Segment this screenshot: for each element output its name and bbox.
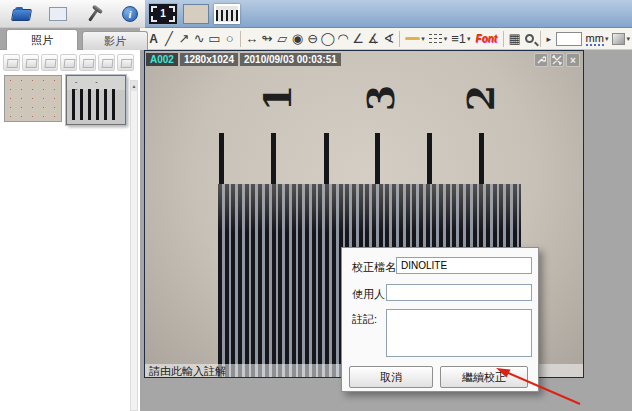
tab-photos[interactable]: 照片 — [6, 29, 78, 50]
share-icon[interactable] — [79, 54, 96, 71]
measure-polygon-tool-icon[interactable]: ▱ — [275, 29, 290, 49]
image-id-badge: A002 — [146, 53, 178, 66]
photo-sidebar: - - - — [0, 49, 140, 411]
calibration-dialog: 校正檔名: 使用人 註記: 取消 繼續校正 — [341, 247, 539, 392]
rectangle-tool-icon[interactable]: ▭ — [207, 29, 222, 49]
line-color-button[interactable]: ▾ — [405, 35, 425, 43]
image-gallery-icon[interactable] — [48, 6, 68, 22]
note-field[interactable] — [386, 309, 532, 357]
chevron-down-icon[interactable]: ▾ — [626, 35, 630, 43]
envelope-icon[interactable] — [60, 54, 77, 71]
measure-line-tool-icon[interactable]: ↔ — [244, 29, 259, 49]
thumbnail-list: - - - — [0, 73, 140, 125]
thumbnail-ruler-sample[interactable]: - - - — [66, 75, 126, 125]
image-info-badges: A002 1280x1024 2010/09/03 00:03:51 — [146, 53, 341, 66]
rotate-icon[interactable] — [98, 54, 115, 71]
filename-label: 校正檔名: — [352, 260, 399, 275]
resolution-badge: 1280x1024 — [180, 53, 238, 66]
hammer-icon — [88, 8, 98, 21]
capture-strip: 1 — [145, 0, 632, 28]
timestamp-badge: 2010/09/03 00:03:51 — [240, 53, 341, 66]
frame-corner — [151, 6, 157, 12]
measure-angle3-tool-icon[interactable]: ∡ — [366, 29, 381, 49]
info-circle-icon — [122, 6, 138, 22]
frame-number: 1 — [160, 8, 166, 19]
font-button[interactable]: Font — [476, 33, 498, 44]
cancel-button[interactable]: 取消 — [349, 366, 433, 388]
text-tool-icon[interactable]: A — [146, 29, 161, 49]
unit-label: mm — [586, 32, 604, 46]
ruler-digit-2: 2 — [458, 76, 502, 120]
viewer-window-buttons: × — [534, 53, 580, 67]
magnification-input[interactable] — [556, 32, 582, 46]
magnifier-icon[interactable] — [525, 34, 534, 43]
line-style-icon — [429, 34, 443, 43]
line-width-icon: ≡ — [451, 29, 459, 49]
frame-corner — [169, 6, 175, 12]
frame-corner — [169, 16, 175, 22]
line-color-swatch — [405, 37, 420, 40]
chevron-down-icon[interactable]: ▾ — [421, 35, 425, 43]
capture-thumbnail-ruler[interactable] — [214, 4, 240, 24]
trash-icon[interactable] — [117, 54, 134, 71]
open-file-icon[interactable] — [3, 54, 20, 71]
continue-calibration-button[interactable]: 繼續校正 — [440, 366, 528, 388]
ruler-digit-1: 1 — [255, 76, 299, 120]
note-label: 註記: — [352, 312, 377, 327]
measure-circle-center-tool-icon[interactable]: ◉ — [290, 29, 305, 49]
toolbar-separator — [399, 31, 400, 47]
toolbar-separator — [503, 31, 504, 47]
arrow-tool-icon[interactable]: ↗ — [176, 29, 191, 49]
sidebar-scrollbar[interactable]: ▲ — [130, 80, 138, 411]
grid-icon[interactable]: ▦ — [507, 29, 522, 49]
user-field[interactable] — [386, 284, 532, 301]
tab-videos[interactable]: 影片 — [82, 31, 148, 50]
tools-icon[interactable] — [84, 6, 104, 22]
measure-angle4-tool-icon[interactable]: ∢ — [381, 29, 396, 49]
filename-field[interactable] — [396, 257, 532, 274]
measure-arc-tool-icon[interactable]: ◠ — [335, 29, 350, 49]
dinocapture-window: { "top_toolbar": { "frame_label": "1", "… — [0, 0, 632, 411]
toolbar-separator — [540, 31, 541, 47]
line-width-button[interactable]: ≡ 1 ▾ — [451, 29, 470, 49]
ellipse-tool-icon[interactable]: ○ — [222, 29, 237, 49]
measure-angle-tool-icon[interactable]: ∠ — [351, 29, 366, 49]
ruler-digit-3: 3 — [358, 76, 402, 120]
capture-thumbnail-dots[interactable] — [183, 4, 209, 24]
freehand-tool-icon[interactable]: ∿ — [192, 29, 207, 49]
spinner-icon[interactable]: ▸ — [544, 29, 554, 49]
app-toolbar — [0, 0, 145, 28]
measure-circle-diameter-tool-icon[interactable]: ⊖ — [305, 29, 320, 49]
wrench-icon[interactable] — [534, 53, 548, 67]
scroll-up-icon[interactable]: ▲ — [131, 81, 137, 91]
thumbnail-ruler-bars — [72, 89, 120, 120]
chevron-down-icon[interactable]: ▾ — [444, 35, 448, 43]
frame-corner — [151, 16, 157, 22]
open-folder-icon[interactable] — [12, 6, 32, 22]
folder-icon — [11, 9, 32, 21]
drawing-toolbar: A ╱ ↗ ∿ ▭ ○ ↔ ↬ ▱ ◉ ⊖ ◯ ◠ ∠ ∡ ∢ ▾ ▾ ≡ 1 … — [140, 28, 632, 50]
unit-button[interactable]: mm ▾ — [586, 32, 609, 46]
export-image-button[interactable]: ▾ — [612, 33, 630, 45]
gallery-icon — [49, 7, 67, 21]
sidebar-action-row — [0, 50, 140, 73]
line-width-value: 1 — [459, 29, 466, 49]
export-image-icon — [612, 33, 625, 45]
user-label: 使用人 — [352, 287, 385, 302]
chevron-down-icon[interactable]: ▾ — [605, 35, 609, 43]
measure-curve-tool-icon[interactable]: ↬ — [259, 29, 274, 49]
chevron-down-icon[interactable]: ▾ — [467, 35, 471, 43]
measure-circle-3pt-tool-icon[interactable]: ◯ — [320, 29, 335, 49]
camera-frame-button[interactable]: 1 — [148, 3, 178, 25]
line-tool-icon[interactable]: ╱ — [161, 29, 176, 49]
toolbar-separator — [240, 31, 241, 47]
info-icon[interactable] — [120, 6, 140, 22]
close-icon[interactable]: × — [566, 53, 580, 67]
thumbnail-dots-sample[interactable] — [4, 75, 62, 122]
email-icon[interactable] — [22, 54, 39, 71]
save-icon[interactable] — [41, 54, 58, 71]
line-style-button[interactable]: ▾ — [429, 34, 448, 43]
resize-icon[interactable] — [550, 53, 564, 67]
